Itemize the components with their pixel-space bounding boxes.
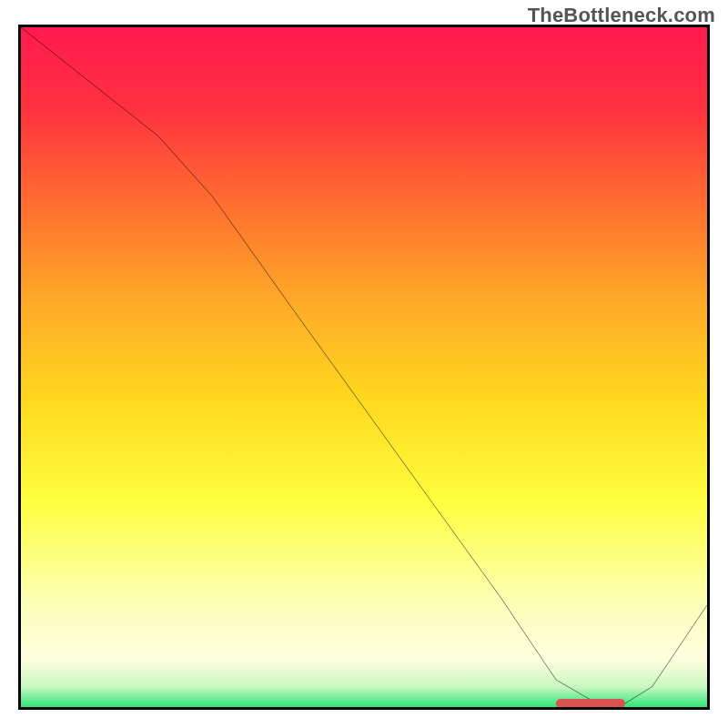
bottleneck-curve bbox=[21, 27, 707, 707]
curve-path bbox=[21, 27, 707, 703]
chart-frame: TheBottleneck.com bbox=[0, 0, 728, 728]
optimum-marker bbox=[556, 699, 624, 708]
plot-area bbox=[18, 25, 710, 710]
